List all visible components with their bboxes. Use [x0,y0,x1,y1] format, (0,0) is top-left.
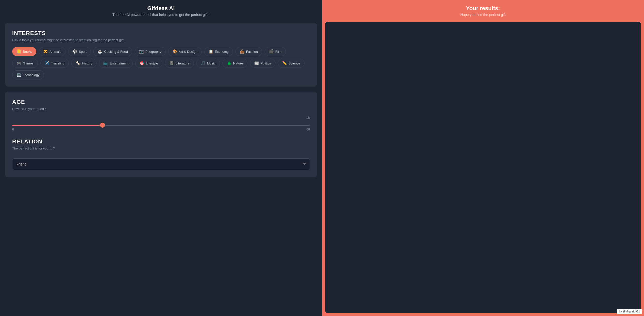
age-slider[interactable] [12,125,310,126]
technology-icon: 💻 [16,73,21,77]
tag-literature[interactable]: 📓Literature [165,59,194,68]
nature-icon: 🌲 [227,61,232,65]
games-label: Games [23,61,33,65]
books-label: Books [23,50,32,54]
art-label: Art & Design [179,50,197,54]
books-icon: 📒 [16,49,21,54]
music-icon: 🎵 [201,61,206,65]
fashion-label: Fashion [246,50,258,54]
photography-icon: 📷 [139,49,144,54]
tag-music[interactable]: 🎵Music [196,59,220,68]
economy-icon: 📋 [209,49,213,54]
tag-politics[interactable]: 📰Politics [250,59,275,68]
relation-select[interactable]: FriendPartnerParentSiblingColleagueChild [12,158,310,170]
film-icon: 🎬 [269,49,274,54]
cooking-icon: ☕ [98,49,103,54]
tag-cooking[interactable]: ☕Cooking & Food [93,47,132,56]
music-label: Music [207,61,216,65]
tag-fashion[interactable]: 👜Fashion [235,47,262,56]
lifestyle-icon: 🎯 [140,61,144,65]
tag-photography[interactable]: 📷Phography [135,47,166,56]
sport-label: Sport [79,50,87,54]
app-subtitle: The free AI powered tool that helps you … [112,13,210,17]
games-icon: 🎮 [16,61,21,65]
slider-max-label: 60 [307,128,310,131]
tag-technology[interactable]: 💻Technology [12,70,44,79]
tag-animals[interactable]: 🐱Animals [39,47,65,56]
technology-label: Technology [23,73,40,77]
sport-icon: ⚽ [72,49,77,54]
interests-card: INTERESTS Pick a topic your friend might… [5,23,317,87]
entertainment-label: Entertaiment [110,61,128,65]
entertainment-icon: 📺 [103,61,108,65]
tag-art[interactable]: 🎨Art & Design [168,47,202,56]
tag-sport[interactable]: ⚽Sport [68,47,91,56]
tag-games[interactable]: 🎮Games [12,59,38,68]
animals-label: Animals [49,50,61,54]
tag-nature[interactable]: 🌲Nature [223,59,247,68]
tag-economy[interactable]: 📋Economy [204,47,233,56]
age-title: AGE [12,99,310,105]
literature-icon: 📓 [169,61,174,65]
literature-label: Literature [176,61,190,65]
science-label: Science [289,61,300,65]
film-label: Film [275,50,282,54]
nature-label: Nature [233,61,243,65]
traveling-label: Traveling [51,61,64,65]
animals-icon: 🐱 [43,49,48,54]
age-subtitle: How old is your friend? [12,107,310,111]
tag-traveling[interactable]: ✈️Traveling [40,59,69,68]
photography-label: Phography [145,50,161,54]
attribution: by @Miguelo981 [617,309,642,314]
interests-tags-container: 📒Books🐱Animals⚽Sport☕Cooking & Food📷Phog… [12,47,310,79]
science-icon: ✏️ [282,61,287,65]
app-title: Gifdeas AI [112,5,210,12]
tag-books[interactable]: 📒Books [12,47,36,56]
art-icon: 🎨 [173,49,177,54]
age-slider-container [12,122,310,127]
relation-subtitle: The perfect gift is for your... ? [12,146,310,150]
politics-icon: 📰 [254,61,259,65]
fashion-icon: 👜 [240,49,245,54]
history-icon: 🦴 [76,61,80,65]
relation-title: RELATION [12,138,310,145]
interests-subtitle: Pick a topic your friend might be intere… [12,38,310,42]
tag-film[interactable]: 🎬Film [265,47,286,56]
economy-label: Economy [215,50,229,54]
age-card: AGE How old is your friend? 18 0 60 RELA… [5,92,317,177]
tag-entertainment[interactable]: 📺Entertaiment [99,59,133,68]
results-content [325,22,641,313]
left-panel: Gifdeas AI The free AI powered tool that… [0,0,322,316]
politics-label: Politics [261,61,271,65]
tag-lifestyle[interactable]: 🎯Lifestyle [135,59,162,68]
interests-title: INTERESTS [12,30,310,37]
tag-history[interactable]: 🦴History [71,59,96,68]
lifestyle-label: Lifestyle [146,61,158,65]
cooking-label: Cooking & Food [104,50,128,54]
results-title: Your results: [327,5,639,12]
results-header: Your results: Hope you find the perfect … [322,0,644,22]
slider-min-label: 0 [12,128,14,131]
slider-labels: 0 60 [12,128,310,131]
right-panel: Your results: Hope you find the perfect … [322,0,644,316]
app-header: Gifdeas AI The free AI powered tool that… [112,5,210,17]
history-label: History [82,61,92,65]
results-subtitle: Hope you find the perfect gift [327,13,639,17]
age-value: 18 [306,116,310,120]
tag-science[interactable]: ✏️Science [278,59,304,68]
traveling-icon: ✈️ [45,61,49,65]
